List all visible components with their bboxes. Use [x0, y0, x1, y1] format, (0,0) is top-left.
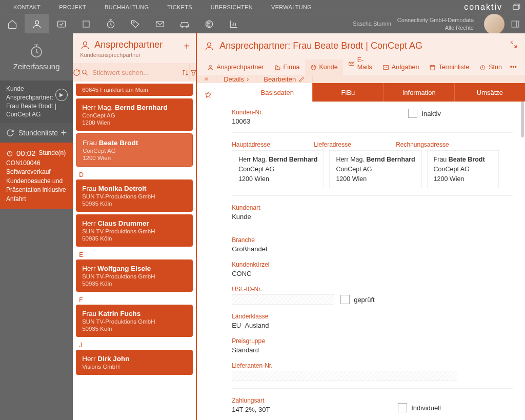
svg-point-1: [35, 21, 39, 24]
home-icon[interactable]: [0, 14, 25, 33]
data-tab-basisdaten[interactable]: Basisdaten: [242, 83, 313, 102]
address-card-haupt[interactable]: Herr Mag. Bernd Bernhard ConCept AG 1200…: [232, 150, 324, 188]
person-icon: [80, 40, 90, 50]
sort-icon[interactable]: [181, 63, 190, 82]
address-card-rech[interactable]: Frau Beate Brodt ConCept AG 1200 Wien: [427, 150, 499, 188]
value-kuerzel: CONC: [232, 270, 513, 277]
stundenliste-header: Stundenliste +: [0, 123, 73, 143]
user-role: Alle Rechte: [397, 24, 474, 31]
contacts-icon[interactable]: [25, 14, 49, 33]
checkbox-inaktiv[interactable]: Inaktiv: [408, 109, 441, 118]
euro-gear-icon[interactable]: [197, 14, 221, 33]
label-lieferadresse: Lieferadresse: [314, 141, 391, 148]
list-item[interactable]: 60645 Frankfurt am Main: [76, 84, 193, 96]
nav-kontakt[interactable]: KONTAKT: [4, 4, 50, 10]
add-icon[interactable]: +: [60, 127, 67, 139]
add-contact-button[interactable]: +: [184, 41, 190, 52]
nav-uebersichten[interactable]: ÜBERSICHTEN: [201, 4, 262, 10]
search-input[interactable]: [89, 69, 181, 76]
edit-button[interactable]: Bearbeiten: [256, 75, 313, 83]
label-laenderklasse: Länderklasse: [232, 313, 513, 320]
label-lieferantennr: Lieferanten-Nr.: [232, 362, 513, 369]
svg-point-14: [83, 70, 87, 74]
lieferantennr-field[interactable]: [232, 371, 457, 381]
hamburger-icon[interactable]: [197, 75, 216, 83]
expand-icon[interactable]: [510, 41, 518, 49]
timer-entry[interactable]: 00:02 Stunde(n) CON100046 Softwareverkau…: [0, 143, 73, 209]
favorite-icon[interactable]: [197, 86, 219, 99]
mail-icon[interactable]: [148, 14, 172, 33]
value-kundennr: 10063: [232, 117, 263, 125]
ustid-field[interactable]: [232, 294, 334, 305]
label-hauptadresse: Hauptadresse: [232, 141, 309, 148]
contact-list-panel: Ansprechpartner Kundenansprechpartner + …: [73, 33, 197, 420]
icon-toolbar: Sascha Stumm Connectivity GmbH-Demodata …: [0, 14, 525, 33]
svg-point-5: [133, 22, 134, 23]
label-preisgruppe: Preisgruppe: [232, 337, 513, 345]
tab-kunde[interactable]: Kunde: [305, 59, 343, 75]
data-tab-umsaetze[interactable]: Umsätze: [455, 83, 525, 102]
checkbox-geprueft[interactable]: geprüft: [340, 295, 374, 304]
refresh-contacts-icon[interactable]: [73, 63, 81, 82]
value-preisgruppe: Standard: [232, 346, 513, 354]
stundenliste-label: Stundenliste: [18, 129, 58, 137]
label-zahlungsart: Zahlungsart: [232, 397, 270, 404]
more-tabs-icon[interactable]: •••: [507, 59, 520, 75]
current-task-card[interactable]: Kunde Ansprechpartner: Frau Beate Brodt …: [0, 81, 73, 123]
stopwatch-icon[interactable]: [98, 14, 123, 33]
list-item[interactable]: Herr Dirk John Visions GmbH: [76, 350, 193, 375]
chart-icon[interactable]: [221, 14, 246, 33]
contacts-subtitle: Kundenansprechpartner: [80, 52, 189, 58]
panel-icon[interactable]: [511, 19, 520, 29]
list-item[interactable]: Herr Claus Drummer SUN TV-Produktions Gm…: [76, 214, 193, 247]
tab-stunden[interactable]: Stun: [474, 59, 507, 75]
list-item-selected[interactable]: Frau Beate Brodt ConCept AG 1200 Wien: [76, 133, 193, 167]
brand-logo: conaktiv: [464, 3, 508, 12]
address-card-liefer[interactable]: Herr Mag. Bernd Bernhard ConCept AG 1200…: [329, 150, 421, 188]
square-icon[interactable]: [74, 14, 98, 33]
list-item[interactable]: Frau Katrin Fuchs SUN TV-Produktions Gmb…: [76, 305, 193, 337]
svg-rect-10: [512, 21, 519, 27]
nav-buchhaltung[interactable]: BUCHHALTUNG: [95, 4, 158, 10]
windows-icon[interactable]: [512, 3, 521, 12]
label-kundenart: Kundenart: [232, 204, 260, 211]
value-branche: Großhandel: [232, 245, 513, 253]
checkbox-individuell[interactable]: Individuell: [398, 403, 441, 412]
label-branche: Branche: [232, 236, 513, 244]
tab-aufgaben[interactable]: Aufgaben: [377, 59, 425, 75]
form-area: Kunden-Nr. 10063 Inaktiv Hauptadresse Li…: [219, 102, 525, 420]
avatar[interactable]: [484, 14, 504, 34]
check-icon[interactable]: [49, 14, 74, 33]
tab-firma[interactable]: Firma: [269, 59, 305, 75]
data-tab-fibu[interactable]: FiBu: [313, 83, 383, 102]
timer-unit: Stunde(n): [39, 149, 66, 157]
car-icon[interactable]: [172, 14, 197, 33]
zeiterfassung-title: Zeiterfassung: [13, 62, 60, 71]
value-kundenart: Kunde: [232, 213, 260, 221]
timer-code: CON100046: [6, 159, 67, 168]
nav-projekt[interactable]: PROJEKT: [50, 4, 95, 10]
label-kuerzel: Kundenkürzel: [232, 261, 513, 268]
contact-list[interactable]: 60645 Frankfurt am Main Herr Mag. Bernd …: [73, 82, 196, 420]
list-item[interactable]: Herr Wolfgang Eisele SUN TV-Produktions …: [76, 259, 193, 292]
tab-terminliste[interactable]: Terminliste: [424, 59, 474, 75]
data-tab-information[interactable]: Information: [384, 83, 455, 102]
details-button[interactable]: Details›: [216, 75, 256, 83]
label-ustid: USt.-ID-Nr.: [232, 286, 513, 293]
list-item[interactable]: Herr Mag. Bernd Bernhard ConCept AG 1200…: [76, 98, 193, 131]
play-icon[interactable]: ▶: [55, 89, 68, 101]
nav-tickets[interactable]: TICKETS: [158, 4, 201, 10]
refresh-icon[interactable]: [6, 129, 14, 137]
tab-ansprechpartner[interactable]: Ansprechpartner: [202, 59, 269, 75]
small-stopwatch-icon: [6, 150, 13, 157]
nav-verwaltung[interactable]: VERWALTUNG: [262, 4, 321, 10]
detail-title: Ansprechpartner: Frau Beate Brodt | ConC…: [219, 41, 422, 51]
list-item[interactable]: Frau Monika Detroit SUN TV-Produktions G…: [76, 179, 193, 212]
left-panel: Zeiterfassung Kunde Ansprechpartner: Fra…: [0, 33, 73, 420]
search-icon[interactable]: [81, 63, 89, 82]
tag-icon[interactable]: [123, 14, 148, 33]
contacts-title: Ansprechpartner: [94, 39, 163, 50]
svg-point-15: [208, 43, 211, 46]
letter-separator: D: [76, 169, 193, 179]
person-icon: [204, 41, 214, 51]
